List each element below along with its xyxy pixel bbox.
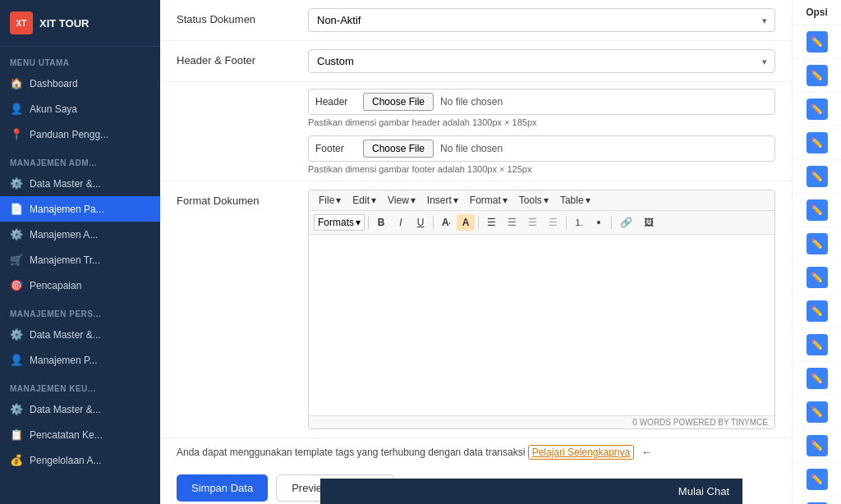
tmc-bg-color-button[interactable]: A [457,214,475,231]
sidebar-item-pencatatan[interactable]: 📋 Pencatatan Ke... [0,422,160,447]
opsi-edit-11[interactable]: ✏️ [793,362,841,396]
footer-file-input-row: Footer Choose File No file chosen [308,135,775,162]
status-select[interactable]: Non-Aktif Aktif [308,8,775,32]
tmc-formats-arrow: ▾ [356,217,361,228]
edit-icon-1: ✏️ [807,31,828,53]
main-area: Status Dokumen Non-Aktif Aktif ▾ Header … [160,0,792,504]
edit-icon-12: ✏️ [807,401,828,423]
opsi-header: Opsi [793,0,841,25]
save-button[interactable]: Simpan Data [177,474,268,502]
opsi-edit-15[interactable]: ✏️ [793,497,841,504]
tmc-align-center-button[interactable]: ☰ [503,214,522,231]
header-no-file-text: No file chosen [440,96,503,108]
pers-data-icon: ⚙️ [10,328,23,341]
tmc-underline-button[interactable]: U [411,214,430,231]
sidebar-item-panduan[interactable]: 📍 Panduan Pengg... [0,121,160,147]
tmc-unordered-list-button[interactable]: • [590,213,608,231]
sidebar-item-keu-data[interactable]: ⚙️ Data Master &... [0,396,160,422]
status-select-wrapper: Non-Aktif Aktif ▾ [308,8,775,32]
chat-label: Mulai Chat [678,485,729,497]
format-row: Format Dokumen File ▾ Edit ▾ [160,181,792,438]
sidebar-item-pencapaian[interactable]: 🎯 Pencapaian [0,273,160,298]
tmc-edit-label: Edit [352,195,370,206]
sidebar-item-pencapaian-label: Pencapaian [30,280,81,291]
opsi-edit-12[interactable]: ✏️ [793,396,841,429]
sidebar-item-manajemen-tr-label: Manajemen Tr... [30,254,100,266]
sidebar-item-data-master-label: Data Master &... [30,178,101,190]
tmc-bold-button[interactable]: B [372,214,390,231]
chat-bar[interactable]: Mulai Chat [320,479,742,504]
edit-icon-7: ✏️ [807,233,828,254]
sidebar-item-pers-data[interactable]: ⚙️ Data Master &... [0,322,160,347]
arrow-icon: ← [641,447,651,458]
opsi-edit-6[interactable]: ✏️ [793,194,841,227]
tmc-menu-insert[interactable]: Insert ▾ [422,193,463,208]
tmc-menu-edit[interactable]: Edit ▾ [347,193,381,208]
tmc-italic-button[interactable]: I [392,214,410,231]
footer-file-content: Footer Choose File No file chosen Pastik… [308,135,775,174]
opsi-edit-8[interactable]: ✏️ [793,261,841,295]
sidebar-item-data-master[interactable]: ⚙️ Data Master &... [0,171,160,196]
opsi-edit-1[interactable]: ✏️ [793,25,841,59]
header-footer-content: Custom Default None ▾ [308,49,775,73]
opsi-edit-3[interactable]: ✏️ [793,93,841,126]
footer-file-spacer [177,135,308,140]
sidebar-item-pengelolaan-label: Pengelolaan A... [30,455,101,466]
sidebar-item-pers-data-label: Data Master &... [30,329,101,341]
edit-icon-3: ✏️ [807,99,828,120]
sidebar-item-dashboard[interactable]: 🏠 Dashboard [0,71,160,96]
tmc-menu-table[interactable]: Table ▾ [555,193,595,208]
tmc-file-arrow: ▾ [336,195,341,206]
tmc-align-left-button[interactable]: ☰ [482,214,501,231]
header-label-text: Header [315,96,356,108]
opsi-edit-2[interactable]: ✏️ [793,59,841,93]
opsi-panel: Opsi ✏️ ✏️ ✏️ ✏️ ✏️ ✏️ ✏️ ✏️ ✏️ ✏️ ✏️ ✏️… [792,0,841,504]
data-master-icon: ⚙️ [10,177,23,190]
tmc-separator-2 [433,216,434,229]
footer-choose-file-button[interactable]: Choose File [363,140,434,158]
sidebar-item-manajemen-p[interactable]: 👤 Manajemen P... [0,347,160,373]
sidebar-item-manajemen-pa[interactable]: 📄 Manajemen Pa... [0,196,160,222]
sidebar-item-manajemen-tr[interactable]: 🛒 Manajemen Tr... [0,247,160,273]
sidebar-item-keu-data-label: Data Master &... [30,404,101,415]
tmc-menu-format[interactable]: Format ▾ [465,193,512,208]
opsi-edit-10[interactable]: ✏️ [793,328,841,362]
manajemen-tr-icon: 🛒 [10,254,23,266]
tmc-ordered-list-button[interactable]: 1. [570,215,588,230]
opsi-edit-4[interactable]: ✏️ [793,126,841,160]
header-choose-file-button[interactable]: Choose File [363,93,434,111]
pelajari-link[interactable]: Pelajari Selengkapnya [528,445,634,460]
dashboard-icon: 🏠 [10,77,23,89]
tmc-menu-file[interactable]: File ▾ [314,193,346,208]
tmc-menu-tools[interactable]: Tools ▾ [514,193,554,208]
tinymce-wrapper: File ▾ Edit ▾ View ▾ Insert [308,190,775,429]
format-label: Format Dokumen [177,190,308,207]
tmc-align-justify-button[interactable]: ☰ [544,214,563,231]
edit-icon-14: ✏️ [807,469,828,490]
tinymce-menubar: File ▾ Edit ▾ View ▾ Insert [309,190,774,211]
opsi-edit-13[interactable]: ✏️ [793,429,841,463]
tmc-link-button[interactable]: 🔗 [615,214,637,231]
header-footer-row: Header & Footer Custom Default None ▾ [160,41,792,82]
opsi-edit-14[interactable]: ✏️ [793,463,841,497]
tmc-separator-3 [478,216,479,229]
opsi-edit-5[interactable]: ✏️ [793,160,841,194]
opsi-edit-7[interactable]: ✏️ [793,227,841,261]
tinymce-editor-area[interactable] [309,235,774,415]
tmc-formats-dropdown[interactable]: Formats ▾ [314,214,365,231]
sidebar-item-panduan-label: Panduan Pengg... [30,129,108,140]
tmc-align-right-button[interactable]: ☰ [523,214,542,231]
tmc-image-button[interactable]: 🖼 [639,214,659,231]
manajemen-pa-icon: 📄 [10,203,23,215]
sidebar-item-manajemen-a[interactable]: ⚙️ Manajemen A... [0,222,160,247]
sidebar-item-pengelolaan[interactable]: 💰 Pengelolaan A... [0,447,160,473]
tmc-formats-label: Formats [318,217,354,228]
opsi-edit-9[interactable]: ✏️ [793,295,841,328]
sidebar-item-akun[interactable]: 👤 Akun Saya [0,96,160,121]
tmc-menu-view[interactable]: View ▾ [383,193,420,208]
tmc-insert-arrow: ▾ [453,195,458,206]
tmc-separator-5 [611,216,612,229]
footer-file-row: Footer Choose File No file chosen Pastik… [160,131,792,181]
tmc-font-color-button[interactable]: A [437,214,455,231]
header-footer-select[interactable]: Custom Default None [308,49,775,73]
